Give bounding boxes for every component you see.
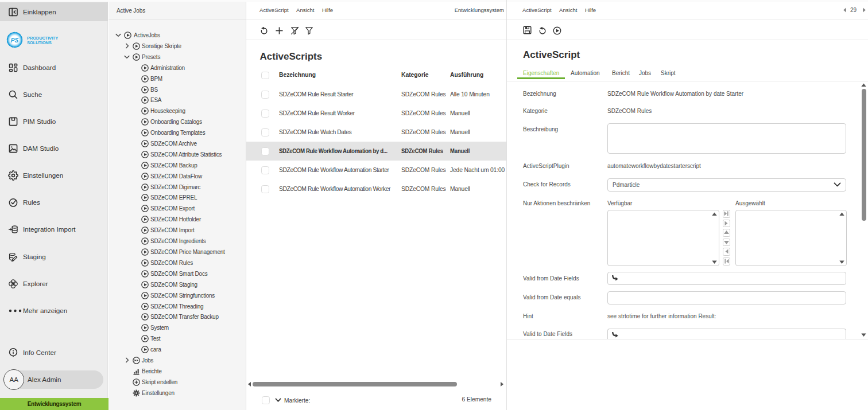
svg-text:PS: PS xyxy=(11,37,19,44)
